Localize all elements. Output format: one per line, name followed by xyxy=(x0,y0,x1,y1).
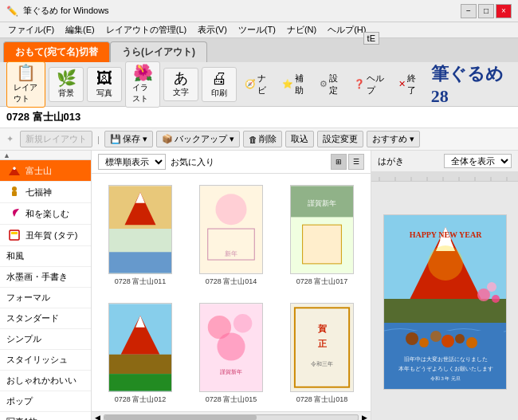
sidebar-item-wafuu[interactable]: 和風 xyxy=(0,246,91,267)
content-title: 0728 富士山013 xyxy=(0,107,87,128)
svg-rect-22 xyxy=(109,355,171,374)
help-button[interactable]: ❓ ヘルプ xyxy=(351,71,390,98)
menu-nav[interactable]: ナビ(N) xyxy=(282,22,321,37)
exit-button[interactable]: ✕ 終了 xyxy=(395,71,424,98)
sidebar-item-fujisan[interactable]: 富士山 xyxy=(0,160,91,182)
thumbnail-image-017: 謹賀新年 xyxy=(290,185,354,274)
thumbnail-item-011[interactable]: 0728 富士山011 xyxy=(98,180,182,292)
svg-rect-23 xyxy=(109,374,171,391)
sidebar-label-suiboku: 水墨画・手書き xyxy=(6,271,68,283)
content-panel: 標準順表示 お気に入り ⊞ ☰ 072 xyxy=(92,151,371,420)
delete-button[interactable]: 🗑 削除 xyxy=(243,131,282,147)
maximize-button[interactable]: □ xyxy=(478,4,494,18)
ruler-top xyxy=(371,172,518,182)
sidebar-item-cute[interactable]: おしゃれかわいい xyxy=(0,371,91,391)
layout-tool-button[interactable]: 📋 レイアウト xyxy=(6,61,45,108)
svg-text:令和３年 元旦: 令和３年 元旦 xyxy=(430,376,461,381)
navi-button[interactable]: 🧭 ナビ xyxy=(241,71,274,98)
sidebar-item-formal[interactable]: フォーマル xyxy=(0,288,91,308)
svg-rect-10 xyxy=(109,252,171,273)
preview-image-area: HAPPY NEW YEAR 旧年中は大変お世話になりました 本年もどうぞよろし… xyxy=(371,182,518,420)
minimize-button[interactable]: − xyxy=(461,4,477,18)
thumbnail-item-015[interactable]: 謹賀新年 0728 富士山015 xyxy=(189,298,273,410)
sidebar-scroll-up[interactable]: ▲ xyxy=(3,151,10,159)
scroll-track[interactable] xyxy=(104,414,359,421)
thumbnail-item-017[interactable]: 謹賀新年 0728 富士山017 xyxy=(280,180,364,292)
view-mode-select[interactable]: 標準順表示 xyxy=(98,154,166,170)
scroll-right-icon[interactable]: ▶ xyxy=(362,414,367,421)
sidebar-label-fujisan: 富士山 xyxy=(26,165,52,177)
thumbnail-item-014[interactable]: 新年 0728 富士山014 xyxy=(189,180,273,292)
menu-layout-manage[interactable]: レイアウトの管理(L) xyxy=(101,22,191,37)
nav-buttons: 🧭 ナビ ⭐ 補助 ⚙ 設定 ❓ ヘルプ ✕ 終了 xyxy=(241,71,424,98)
mountain-icon xyxy=(6,164,22,177)
sidebar-item-shichifukujin[interactable]: 七福神 xyxy=(0,182,91,203)
menu-view[interactable]: 表示(V) xyxy=(193,22,232,37)
assist-button[interactable]: ⭐ 補助 xyxy=(279,71,312,98)
sidebar-item-pop[interactable]: ポップ xyxy=(0,391,91,412)
recommend-button[interactable]: おすすめ ▾ xyxy=(367,131,420,147)
window-controls: − □ × xyxy=(461,4,512,18)
print-tool-button[interactable]: 🖨 印刷 xyxy=(202,67,237,102)
sidebar-item-wa[interactable]: 和を楽しむ xyxy=(0,203,91,225)
svg-point-27 xyxy=(233,314,252,332)
svg-point-82 xyxy=(492,295,500,303)
menu-edit[interactable]: 編集(E) xyxy=(61,22,100,37)
photo-label: 写真 xyxy=(96,88,112,99)
text-tool-button[interactable]: あ 文字 xyxy=(163,68,198,101)
print-icon: 🖨 xyxy=(211,70,227,86)
svg-point-28 xyxy=(217,332,245,360)
sidebar-item-standard[interactable]: スタンダード xyxy=(0,308,91,329)
scroll-thumb xyxy=(104,415,257,420)
window-title: 筆ぐるめ for Windows xyxy=(23,5,109,17)
fav-label: お気に入り xyxy=(171,156,214,168)
star-icon: ⭐ xyxy=(282,79,293,89)
sidebar-item-ushi-tate[interactable]: 丑年賀 (タテ) xyxy=(0,225,91,246)
preview-panel: はがき 全体を表示 xyxy=(371,151,518,420)
close-button[interactable]: × xyxy=(496,4,512,18)
sidebar-item-stylish[interactable]: スタイリッシュ xyxy=(0,350,91,371)
thumbnail-item-012[interactable]: 0728 富士山012 xyxy=(98,298,182,410)
horizontal-scrollbar[interactable]: ◀ ▶ xyxy=(92,411,371,420)
question-icon: ❓ xyxy=(354,79,365,89)
backup-button[interactable]: 📦 バックアップ ▾ xyxy=(156,131,240,147)
main-area: ▲ 富士山 七福神 和を楽しむ 丑年賀 (タテ) 和風 xyxy=(0,151,518,420)
preview-card: HAPPY NEW YEAR 旧年中は大変お世話になりました 本年もどうぞよろし… xyxy=(383,214,507,390)
svg-text:HAPPY NEW YEAR: HAPPY NEW YEAR xyxy=(409,230,482,239)
settings-change-button[interactable]: 設定変更 xyxy=(317,131,363,147)
svg-text:正: 正 xyxy=(318,339,328,348)
illust-tool-button[interactable]: 🌺 イラスト xyxy=(125,61,160,108)
save-button[interactable]: 💾 保存 ▾ xyxy=(104,131,153,147)
background-tool-button[interactable]: 🌿 背景 xyxy=(49,67,84,102)
sidebar-label-photo1: 写真1枚 xyxy=(6,416,37,420)
list-view-button[interactable]: ☰ xyxy=(348,154,364,170)
scroll-left-icon[interactable]: ◀ xyxy=(95,414,100,421)
grid-view-button[interactable]: ⊞ xyxy=(331,154,347,170)
photo-tool-button[interactable]: 🖼 写真 xyxy=(87,67,122,102)
thumbnail-label-017: 0728 富士山017 xyxy=(296,277,348,287)
layout-icon: 📋 xyxy=(16,65,36,80)
menu-tools[interactable]: ツール(T) xyxy=(233,22,281,37)
tab-front[interactable]: おもて(宛て名)切替 xyxy=(3,41,110,62)
import-button[interactable]: 取込 xyxy=(285,131,314,147)
svg-point-76 xyxy=(430,331,441,342)
new-layout-button[interactable]: 新規レイアウト xyxy=(20,131,92,147)
thumbnail-image-018: 賀 正 令和三年 xyxy=(290,303,354,392)
thumbnail-item-018[interactable]: 賀 正 令和三年 0728 富士山018 xyxy=(280,298,364,410)
background-icon: 🌿 xyxy=(57,70,77,86)
sidebar-item-suiboku[interactable]: 水墨画・手書き xyxy=(0,267,91,288)
preview-zoom-select[interactable]: 全体を表示 xyxy=(444,154,512,168)
settings-button[interactable]: ⚙ 設定 xyxy=(316,71,346,98)
thumbnail-grid: 0728 富士山011 新年 0728 富士山014 xyxy=(92,174,371,411)
save-icon: 💾 xyxy=(110,134,121,144)
tab-back[interactable]: うら(レイアウト) xyxy=(110,41,207,62)
menu-file[interactable]: ファイル(F) xyxy=(3,22,59,37)
sidebar-label-formal: フォーマル xyxy=(6,292,50,304)
sidebar-item-photo1[interactable]: 写真1枚 xyxy=(0,412,91,420)
content-toolbar: 標準順表示 お気に入り ⊞ ☰ xyxy=(92,151,371,174)
content-title-bar: 0728 富士山013 xyxy=(0,107,518,128)
svg-point-80 xyxy=(477,289,490,301)
sidebar-item-simple[interactable]: シンプル xyxy=(0,329,91,350)
svg-point-81 xyxy=(487,282,496,292)
navi-icon: 🧭 xyxy=(245,79,256,89)
